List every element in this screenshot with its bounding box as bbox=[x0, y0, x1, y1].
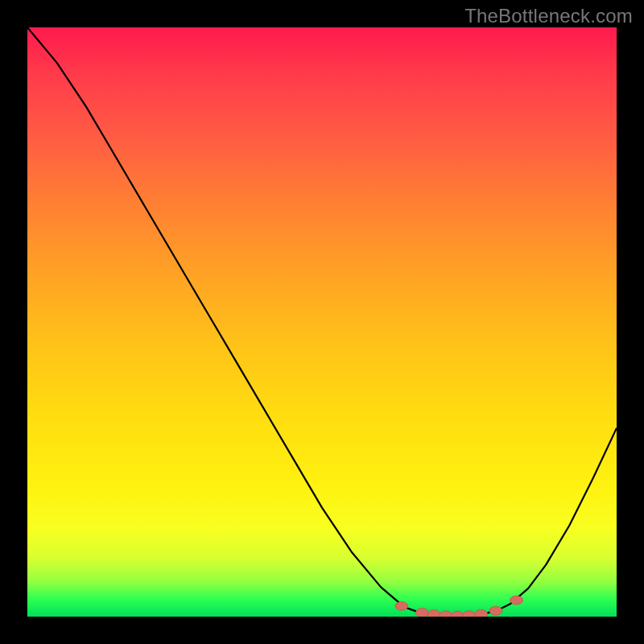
marker-dot bbox=[395, 601, 408, 610]
marker-dot bbox=[427, 610, 440, 617]
chart-container: TheBottleneck.com bbox=[0, 0, 644, 644]
bottleneck-curve bbox=[27, 27, 617, 616]
marker-dot bbox=[475, 609, 488, 617]
marker-dot bbox=[489, 606, 502, 615]
marker-dot bbox=[510, 596, 523, 605]
watermark-text: TheBottleneck.com bbox=[464, 5, 633, 27]
curve-svg bbox=[27, 27, 617, 617]
marker-dot bbox=[451, 611, 464, 617]
marker-dot bbox=[415, 608, 428, 617]
marker-dot bbox=[440, 611, 452, 617]
marker-dot bbox=[463, 611, 476, 617]
plot-area bbox=[27, 27, 617, 617]
